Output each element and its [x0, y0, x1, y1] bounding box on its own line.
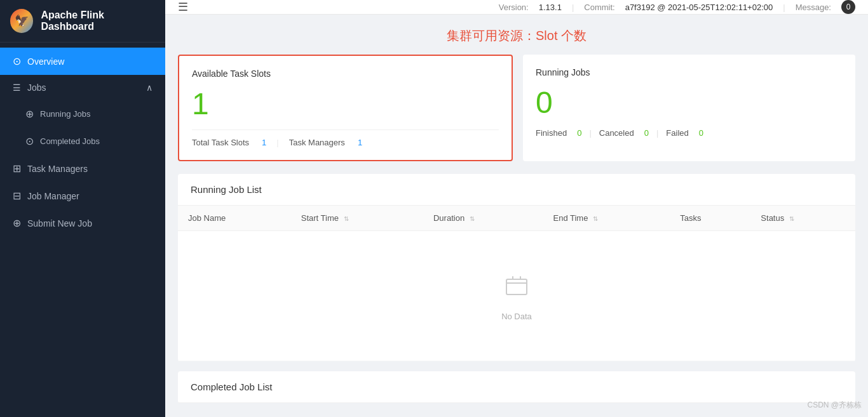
menu-toggle-icon[interactable]: ☰: [178, 0, 188, 14]
table-body: No Data: [178, 231, 855, 361]
topbar-left: ☰: [178, 0, 188, 14]
task-slots-footer: Total Task Slots 1 | Task Managers 1: [192, 129, 499, 147]
task-managers-label: Task Managers: [289, 138, 345, 147]
completed-job-list-section: Completed Job List: [178, 371, 855, 403]
running-job-table-container: Job Name Start Time ⇅ Duration ⇅: [178, 206, 855, 361]
col-status[interactable]: Status ⇅: [750, 206, 855, 231]
running-jobs-icon: ⊕: [25, 108, 34, 120]
main-content: ☰ Version: 1.13.1 | Commit: a7f3192 @ 20…: [165, 0, 868, 417]
failed-value: 0: [699, 128, 703, 138]
col-job-name-label: Job Name: [188, 213, 226, 223]
running-job-list-header: Running Job List: [178, 174, 855, 206]
banner-text: 集群可用资源：Slot 个数: [447, 29, 587, 43]
no-data-icon: [201, 270, 832, 307]
col-status-label: Status: [761, 213, 784, 223]
message-badge[interactable]: 0: [841, 0, 855, 14]
col-start-time[interactable]: Start Time ⇅: [291, 206, 423, 231]
sidebar-item-task-managers[interactable]: ⊞ Task Managers: [0, 155, 165, 182]
stat-sep-2: |: [656, 128, 658, 138]
svg-rect-0: [506, 279, 527, 295]
no-data-row: No Data: [178, 231, 855, 361]
task-slots-card: Available Task Slots 1 Total Task Slots …: [178, 55, 513, 161]
sidebar-nav: ⊙ Overview ☰ Jobs ∧ ⊕ Running Jobs ⊙ Com…: [0, 43, 165, 417]
topbar-right: Version: 1.13.1 | Commit: a7f3192 @ 2021…: [499, 0, 855, 14]
table-head: Job Name Start Time ⇅ Duration ⇅: [178, 206, 855, 231]
col-tasks-label: Tasks: [680, 213, 701, 223]
canceled-label: Canceled: [599, 128, 634, 138]
sort-duration-icon: ⇅: [470, 215, 475, 222]
finished-label: Finished: [536, 128, 567, 138]
stat-sep-1: |: [589, 128, 591, 138]
sidebar-item-overview[interactable]: ⊙ Overview: [0, 48, 165, 75]
sort-end-time-icon: ⇅: [593, 215, 598, 222]
commit-value: a7f3192 @ 2021-05-25T12:02:11+02:00: [625, 3, 773, 12]
task-slots-title: Available Task Slots: [192, 69, 499, 79]
task-managers-icon: ⊞: [13, 162, 21, 175]
flink-logo: 🦅: [10, 9, 33, 33]
overview-icon: ⊙: [13, 55, 21, 67]
col-tasks: Tasks: [670, 206, 750, 231]
col-end-time[interactable]: End Time ⇅: [543, 206, 670, 231]
page-content: 集群可用资源：Slot 个数 Available Task Slots 1 To…: [165, 15, 868, 417]
sidebar-item-submit-new-job[interactable]: ⊕ Submit New Job: [0, 209, 165, 237]
running-jobs-card: Running Jobs 0 Finished 0 | Canceled 0 |…: [523, 55, 855, 161]
task-managers-value: 1: [358, 138, 362, 147]
completed-job-list-header: Completed Job List: [178, 371, 855, 403]
job-manager-icon: ⊟: [13, 190, 21, 202]
total-task-slots-label: Total Task Slots: [192, 138, 249, 147]
version-label: Version:: [499, 3, 529, 12]
submit-job-icon: ⊕: [13, 217, 21, 229]
col-duration[interactable]: Duration ⇅: [423, 206, 543, 231]
failed-label: Failed: [666, 128, 688, 138]
sidebar-item-completed-jobs[interactable]: ⊙ Completed Jobs: [0, 128, 165, 155]
sidebar-item-overview-label: Overview: [27, 56, 64, 67]
table-header-row: Job Name Start Time ⇅ Duration ⇅: [178, 206, 855, 231]
col-job-name: Job Name: [178, 206, 291, 231]
running-jobs-number: 0: [536, 88, 843, 118]
divider-1: |: [572, 3, 574, 12]
running-job-table: Job Name Start Time ⇅ Duration ⇅: [178, 206, 855, 361]
sidebar-item-running-jobs-label: Running Jobs: [40, 109, 91, 119]
canceled-value: 0: [644, 128, 649, 138]
topbar: ☰ Version: 1.13.1 | Commit: a7f3192 @ 20…: [165, 0, 868, 15]
task-slots-number: 1: [192, 89, 499, 119]
watermark: CSDN @齐栋栋: [807, 400, 862, 411]
banner: 集群可用资源：Slot 个数: [178, 27, 855, 44]
sidebar-item-jobs[interactable]: ☰ Jobs ∧: [0, 75, 165, 100]
footer-sep: |: [276, 138, 278, 147]
sidebar-logo: 🦅 Apache Flink Dashboard: [0, 0, 165, 43]
app-title: Apache Flink Dashboard: [41, 10, 155, 32]
sidebar-item-submit-new-job-label: Submit New Job: [27, 218, 92, 228]
sidebar-item-job-manager-label: Job Manager: [27, 191, 79, 201]
sidebar-item-task-managers-label: Task Managers: [27, 164, 88, 174]
completed-jobs-icon: ⊙: [25, 135, 34, 147]
sidebar-item-job-manager[interactable]: ⊟ Job Manager: [0, 182, 165, 209]
divider-2: |: [783, 3, 785, 12]
version-value: 1.13.1: [539, 3, 562, 12]
running-jobs-stats: Finished 0 | Canceled 0 | Failed 0: [536, 128, 843, 138]
no-data-text: No Data: [201, 312, 832, 321]
finished-value: 0: [577, 128, 581, 138]
commit-label: Commit:: [584, 3, 614, 12]
no-data-cell: No Data: [178, 231, 855, 361]
sort-status-icon: ⇅: [789, 215, 794, 222]
chevron-up-icon: ∧: [146, 83, 153, 93]
message-label: Message:: [796, 3, 831, 12]
sort-start-time-icon: ⇅: [344, 215, 349, 222]
sidebar-item-completed-jobs-label: Completed Jobs: [40, 136, 100, 146]
col-start-time-label: Start Time: [301, 213, 339, 223]
jobs-icon: ☰: [13, 83, 21, 93]
cards-row: Available Task Slots 1 Total Task Slots …: [178, 55, 855, 161]
col-duration-label: Duration: [433, 213, 465, 223]
col-end-time-label: End Time: [553, 213, 588, 223]
running-job-list-section: Running Job List Job Name Start Time ⇅: [178, 174, 855, 361]
total-task-slots-value: 1: [262, 138, 266, 147]
sidebar-item-jobs-label: Jobs: [27, 83, 46, 93]
sidebar-item-running-jobs[interactable]: ⊕ Running Jobs: [0, 100, 165, 128]
no-data-container: No Data: [188, 239, 845, 353]
sidebar: 🦅 Apache Flink Dashboard ⊙ Overview ☰ Jo…: [0, 0, 165, 417]
running-jobs-card-title: Running Jobs: [536, 67, 843, 77]
